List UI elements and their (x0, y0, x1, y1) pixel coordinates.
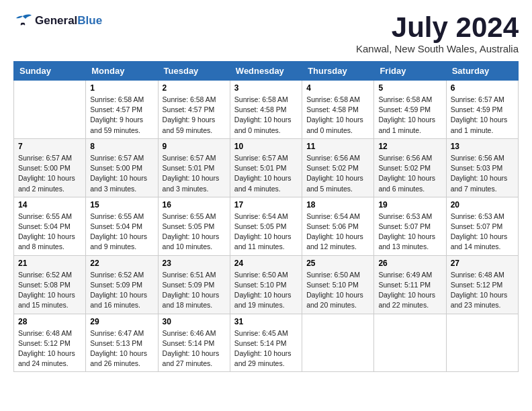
calendar-cell (14, 81, 86, 139)
day-info: Sunrise: 6:51 AM Sunset: 5:09 PM Dayligh… (163, 270, 226, 311)
weekday-header-friday: Friday (374, 62, 446, 81)
calendar-cell: 5Sunrise: 6:58 AM Sunset: 4:59 PM Daylig… (374, 81, 446, 139)
day-info: Sunrise: 6:56 AM Sunset: 5:02 PM Dayligh… (306, 153, 369, 194)
calendar-cell: 25Sunrise: 6:50 AM Sunset: 5:10 PM Dayli… (302, 255, 374, 314)
day-info: Sunrise: 6:48 AM Sunset: 5:12 PM Dayligh… (18, 328, 81, 369)
day-number: 12 (378, 142, 441, 151)
calendar-cell: 21Sunrise: 6:52 AM Sunset: 5:08 PM Dayli… (14, 255, 86, 314)
week-row-5: 28Sunrise: 6:48 AM Sunset: 5:12 PM Dayli… (14, 314, 519, 372)
logo-bird-icon (13, 13, 32, 28)
day-number: 26 (378, 259, 441, 268)
day-number: 17 (234, 200, 298, 210)
day-info: Sunrise: 6:48 AM Sunset: 5:12 PM Dayligh… (451, 270, 514, 311)
day-number: 15 (90, 200, 153, 210)
calendar-cell: 9Sunrise: 6:57 AM Sunset: 5:01 PM Daylig… (158, 138, 230, 197)
calendar-cell: 28Sunrise: 6:48 AM Sunset: 5:12 PM Dayli… (14, 314, 86, 372)
day-number: 27 (451, 259, 514, 268)
day-number: 5 (378, 83, 441, 93)
calendar-cell: 27Sunrise: 6:48 AM Sunset: 5:12 PM Dayli… (446, 255, 518, 314)
day-info: Sunrise: 6:56 AM Sunset: 5:02 PM Dayligh… (378, 153, 441, 194)
day-info: Sunrise: 6:55 AM Sunset: 5:05 PM Dayligh… (163, 212, 226, 253)
day-info: Sunrise: 6:58 AM Sunset: 4:57 PM Dayligh… (90, 95, 153, 136)
calendar-cell: 17Sunrise: 6:54 AM Sunset: 5:05 PM Dayli… (230, 197, 302, 255)
calendar-cell: 31Sunrise: 6:45 AM Sunset: 5:14 PM Dayli… (230, 314, 302, 372)
day-number: 3 (234, 83, 298, 93)
day-number: 25 (306, 259, 369, 268)
calendar-cell: 23Sunrise: 6:51 AM Sunset: 5:09 PM Dayli… (158, 255, 230, 314)
day-info: Sunrise: 6:49 AM Sunset: 5:11 PM Dayligh… (378, 270, 441, 311)
calendar-cell: 20Sunrise: 6:53 AM Sunset: 5:07 PM Dayli… (446, 197, 518, 255)
day-number: 24 (234, 259, 298, 268)
calendar-cell: 15Sunrise: 6:55 AM Sunset: 5:04 PM Dayli… (86, 197, 158, 255)
day-number: 20 (451, 200, 514, 210)
calendar: SundayMondayTuesdayWednesdayThursdayFrid… (13, 61, 519, 372)
day-number: 29 (90, 317, 153, 326)
day-info: Sunrise: 6:57 AM Sunset: 5:00 PM Dayligh… (18, 153, 81, 194)
day-number: 11 (306, 142, 369, 151)
calendar-cell: 29Sunrise: 6:47 AM Sunset: 5:13 PM Dayli… (86, 314, 158, 372)
day-number: 9 (163, 142, 226, 151)
day-number: 18 (306, 200, 369, 210)
calendar-cell: 4Sunrise: 6:58 AM Sunset: 4:58 PM Daylig… (302, 81, 374, 139)
calendar-cell: 22Sunrise: 6:52 AM Sunset: 5:09 PM Dayli… (86, 255, 158, 314)
logo: GeneralBlue (13, 13, 102, 28)
calendar-cell: 8Sunrise: 6:57 AM Sunset: 5:00 PM Daylig… (86, 138, 158, 197)
day-info: Sunrise: 6:58 AM Sunset: 4:58 PM Dayligh… (234, 95, 298, 136)
location: Kanwal, New South Wales, Australia (356, 43, 519, 54)
calendar-cell: 11Sunrise: 6:56 AM Sunset: 5:02 PM Dayli… (302, 138, 374, 197)
calendar-cell: 16Sunrise: 6:55 AM Sunset: 5:05 PM Dayli… (158, 197, 230, 255)
day-number: 22 (90, 259, 153, 268)
calendar-cell: 3Sunrise: 6:58 AM Sunset: 4:58 PM Daylig… (230, 81, 302, 139)
calendar-cell (302, 314, 374, 372)
day-info: Sunrise: 6:58 AM Sunset: 4:58 PM Dayligh… (306, 95, 369, 136)
day-info: Sunrise: 6:57 AM Sunset: 5:00 PM Dayligh… (90, 153, 153, 194)
day-info: Sunrise: 6:58 AM Sunset: 4:57 PM Dayligh… (163, 95, 226, 136)
calendar-cell: 1Sunrise: 6:58 AM Sunset: 4:57 PM Daylig… (86, 81, 158, 139)
day-info: Sunrise: 6:57 AM Sunset: 5:01 PM Dayligh… (234, 153, 298, 194)
calendar-cell: 7Sunrise: 6:57 AM Sunset: 5:00 PM Daylig… (14, 138, 86, 197)
calendar-cell: 19Sunrise: 6:53 AM Sunset: 5:07 PM Dayli… (374, 197, 446, 255)
day-info: Sunrise: 6:57 AM Sunset: 4:59 PM Dayligh… (451, 95, 514, 136)
day-info: Sunrise: 6:52 AM Sunset: 5:08 PM Dayligh… (18, 270, 81, 311)
day-info: Sunrise: 6:55 AM Sunset: 5:04 PM Dayligh… (18, 212, 81, 253)
day-info: Sunrise: 6:52 AM Sunset: 5:09 PM Dayligh… (90, 270, 153, 311)
calendar-cell: 12Sunrise: 6:56 AM Sunset: 5:02 PM Dayli… (374, 138, 446, 197)
weekday-header-sunday: Sunday (14, 62, 86, 81)
day-info: Sunrise: 6:46 AM Sunset: 5:14 PM Dayligh… (163, 328, 226, 369)
calendar-cell (374, 314, 446, 372)
day-info: Sunrise: 6:54 AM Sunset: 5:05 PM Dayligh… (234, 212, 298, 253)
week-row-1: 1Sunrise: 6:58 AM Sunset: 4:57 PM Daylig… (14, 81, 519, 139)
day-info: Sunrise: 6:57 AM Sunset: 5:01 PM Dayligh… (163, 153, 226, 194)
weekday-header-thursday: Thursday (302, 62, 374, 81)
calendar-cell: 24Sunrise: 6:50 AM Sunset: 5:10 PM Dayli… (230, 255, 302, 314)
calendar-cell: 18Sunrise: 6:54 AM Sunset: 5:06 PM Dayli… (302, 197, 374, 255)
day-info: Sunrise: 6:50 AM Sunset: 5:10 PM Dayligh… (234, 270, 298, 311)
day-number: 14 (18, 200, 81, 210)
calendar-cell: 2Sunrise: 6:58 AM Sunset: 4:57 PM Daylig… (158, 81, 230, 139)
day-number: 31 (234, 317, 298, 326)
week-row-2: 7Sunrise: 6:57 AM Sunset: 5:00 PM Daylig… (14, 138, 519, 197)
week-row-4: 21Sunrise: 6:52 AM Sunset: 5:08 PM Dayli… (14, 255, 519, 314)
day-number: 13 (451, 142, 514, 151)
day-info: Sunrise: 6:45 AM Sunset: 5:14 PM Dayligh… (234, 328, 298, 369)
day-number: 4 (306, 83, 369, 93)
day-info: Sunrise: 6:55 AM Sunset: 5:04 PM Dayligh… (90, 212, 153, 253)
day-info: Sunrise: 6:50 AM Sunset: 5:10 PM Dayligh… (306, 270, 369, 311)
day-number: 1 (90, 83, 153, 93)
weekday-header-saturday: Saturday (446, 62, 518, 81)
day-number: 16 (163, 200, 226, 210)
day-info: Sunrise: 6:53 AM Sunset: 5:07 PM Dayligh… (451, 212, 514, 253)
day-number: 10 (234, 142, 298, 151)
calendar-cell: 14Sunrise: 6:55 AM Sunset: 5:04 PM Dayli… (14, 197, 86, 255)
title-block: July 2024 Kanwal, New South Wales, Austr… (356, 13, 519, 54)
day-info: Sunrise: 6:56 AM Sunset: 5:03 PM Dayligh… (451, 153, 514, 194)
day-number: 21 (18, 259, 81, 268)
day-number: 6 (451, 83, 514, 93)
weekday-header-tuesday: Tuesday (158, 62, 230, 81)
calendar-cell: 6Sunrise: 6:57 AM Sunset: 4:59 PM Daylig… (446, 81, 518, 139)
calendar-cell: 13Sunrise: 6:56 AM Sunset: 5:03 PM Dayli… (446, 138, 518, 197)
day-number: 28 (18, 317, 81, 326)
day-number: 2 (163, 83, 226, 93)
logo-text: GeneralBlue (35, 14, 102, 28)
weekday-header-row: SundayMondayTuesdayWednesdayThursdayFrid… (14, 62, 519, 81)
